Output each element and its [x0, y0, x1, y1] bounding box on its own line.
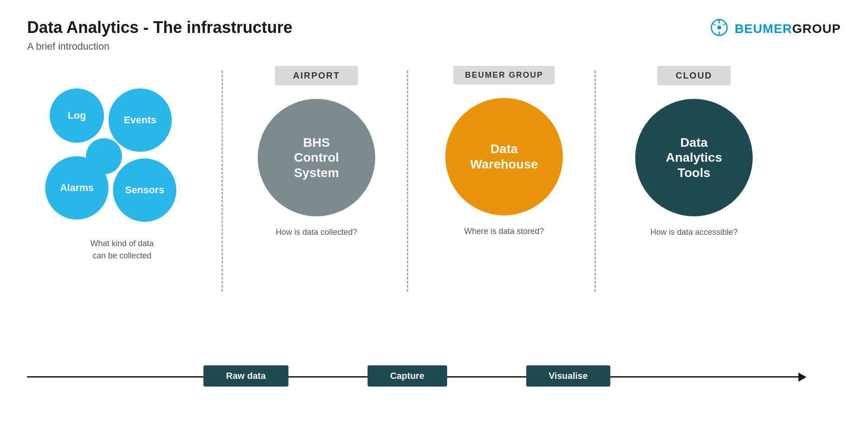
diagram-area: Log Events Alarms Sensors What kind of d…	[27, 66, 841, 405]
airport-caption: How is data collected?	[276, 228, 357, 237]
capture-button[interactable]: Capture	[368, 365, 447, 387]
cloud-column: CLOUD DataAnalyticsTools How is data acc…	[617, 66, 771, 237]
beumer-caption: Where is data stored?	[464, 227, 544, 236]
bubble-sensors: Sensors	[113, 159, 176, 222]
timeline-arrow	[798, 373, 807, 382]
logo-area: BEUMERGROUP	[708, 18, 841, 40]
airport-column: AIRPORT BHSControlSystem How is data col…	[244, 66, 389, 237]
bhs-circle: BHSControlSystem	[258, 99, 375, 216]
svg-line-5	[723, 23, 726, 25]
bubble-log: Log	[50, 89, 104, 143]
bubble-alarms: Alarms	[45, 156, 108, 219]
header: Data Analytics - The infrastructure A br…	[27, 18, 841, 52]
timeline-buttons: Raw data Capture Visualise	[203, 365, 610, 387]
svg-marker-6	[717, 19, 721, 22]
page-subtitle: A brief introduction	[27, 41, 292, 52]
divider-1	[222, 70, 223, 292]
logo-group: GROUP	[792, 22, 841, 36]
data-sources-caption: What kind of datacan be collected	[41, 238, 203, 262]
data-sources-column: Log Events Alarms Sensors What kind of d…	[41, 66, 203, 262]
logo-text: BEUMERGROUP	[735, 22, 841, 36]
beumer-column: BEUMER GROUP DataWarehouse Where is data…	[432, 66, 576, 236]
beumer-logo-icon	[708, 18, 730, 40]
warehouse-circle: DataWarehouse	[445, 98, 563, 215]
divider-2	[407, 70, 408, 292]
cloud-label: CLOUD	[657, 66, 730, 85]
cloud-caption: How is data accessible?	[650, 228, 737, 237]
bubbles-container: Log Events Alarms Sensors	[41, 89, 194, 229]
bubble-events: Events	[108, 89, 172, 152]
raw-data-button[interactable]: Raw data	[203, 365, 288, 387]
airport-label: AIRPORT	[275, 66, 358, 85]
page-container: Data Analytics - The infrastructure A br…	[0, 0, 868, 434]
title-block: Data Analytics - The infrastructure A br…	[27, 18, 292, 52]
visualise-button[interactable]: Visualise	[526, 365, 610, 387]
analytics-circle: DataAnalyticsTools	[635, 99, 753, 216]
svg-point-1	[717, 26, 722, 30]
page-title: Data Analytics - The infrastructure	[27, 18, 292, 37]
beumer-label: BEUMER GROUP	[453, 66, 554, 84]
divider-3	[594, 70, 596, 292]
svg-line-4	[713, 23, 716, 25]
logo-beumer: BEUMER	[735, 22, 792, 36]
